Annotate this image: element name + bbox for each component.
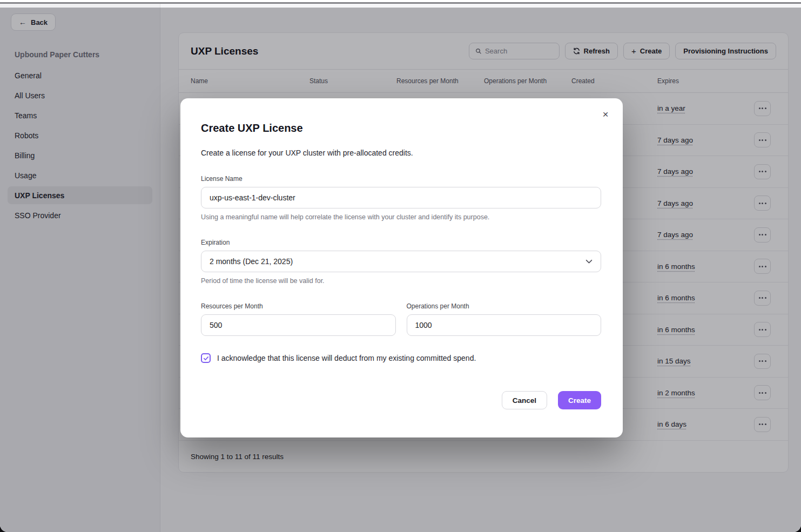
chevron-down-icon xyxy=(585,258,593,265)
app-window: ← Back Upbound Paper Cutters General All… xyxy=(0,0,801,532)
license-name-input[interactable] xyxy=(201,187,601,208)
acknowledge-checkbox[interactable] xyxy=(201,353,211,363)
modal-description: Create a license for your UXP cluster wi… xyxy=(201,149,601,157)
cancel-button[interactable]: Cancel xyxy=(502,391,547,409)
modal-title: Create UXP License xyxy=(201,122,601,134)
operations-per-month-label: Operations per Month xyxy=(407,302,602,310)
check-icon xyxy=(203,355,209,361)
create-license-modal: × Create UXP License Create a license fo… xyxy=(180,98,623,437)
screen: ← Back Upbound Paper Cutters General All… xyxy=(0,0,801,532)
create-button[interactable]: Create xyxy=(558,391,601,409)
acknowledgement-label: I acknowledge that this license will ded… xyxy=(217,354,476,362)
quota-fields-row: Resources per Month Operations per Month xyxy=(201,285,601,336)
license-name-label: License Name xyxy=(201,175,601,183)
expiration-select-value: 2 months (Dec 21, 2025) xyxy=(210,257,293,266)
resources-per-month-input[interactable] xyxy=(201,314,396,336)
acknowledgement-row: I acknowledge that this license will ded… xyxy=(201,353,601,363)
operations-per-month-input[interactable] xyxy=(407,314,602,336)
expiration-label: Expiration xyxy=(201,239,601,246)
close-icon[interactable]: × xyxy=(598,107,613,122)
modal-actions: Cancel Create xyxy=(201,391,601,409)
license-name-helper: Using a meaningful name will help correl… xyxy=(201,213,601,221)
resources-per-month-label: Resources per Month xyxy=(201,302,396,310)
expiration-select[interactable]: 2 months (Dec 21, 2025) xyxy=(201,251,601,272)
window-top-line xyxy=(0,2,801,4)
expiration-helper: Period of time the license will be valid… xyxy=(201,277,601,285)
